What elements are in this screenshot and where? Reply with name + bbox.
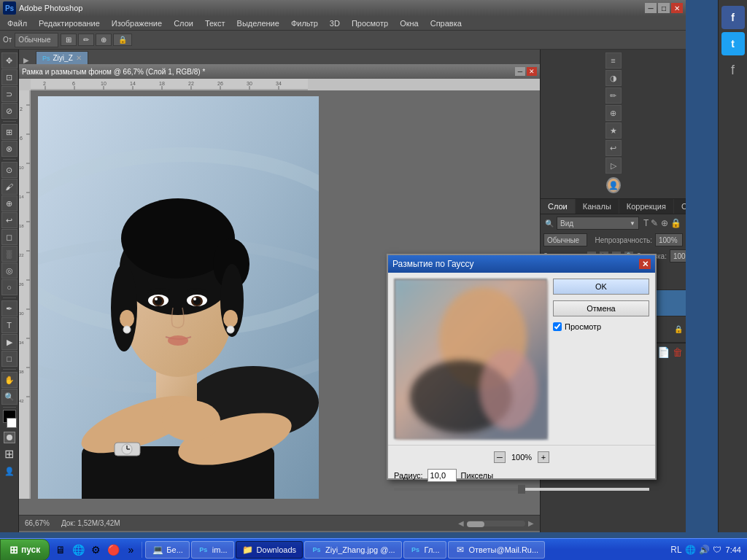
blend-btn-1[interactable]: ⊞ (61, 34, 77, 46)
view-dropdown[interactable]: Вид ▼ (557, 217, 639, 230)
layers-icon-btn[interactable]: ≡ (605, 52, 622, 69)
tool-pen[interactable]: ✒ (1, 300, 18, 316)
menu-select[interactable]: Выделение (231, 16, 285, 31)
close-button[interactable]: ✕ (671, 3, 683, 13)
scroll-bar[interactable] (467, 521, 525, 526)
quick-mask-btn[interactable] (4, 432, 15, 443)
tray-security-icon[interactable]: 🛡 (713, 545, 721, 555)
taskbar-item-be[interactable]: 💻 Бе... (145, 541, 190, 559)
tab-layers[interactable]: Слои (541, 199, 576, 214)
maximize-button[interactable]: □ (658, 3, 670, 13)
options-toolbar: От Обычные ⊞ ✏ ⊕ 🔒 (0, 31, 686, 50)
menu-layers[interactable]: Слои (168, 16, 199, 31)
tool-spot-heal[interactable]: ⊙ (1, 162, 18, 178)
tool-zoom[interactable]: 🔍 (1, 389, 18, 405)
tool-brush[interactable]: 🖌 (1, 179, 18, 195)
taskbar-item-gl[interactable]: Ps Гл... (403, 541, 446, 559)
doc-minimize-btn[interactable]: ─ (515, 67, 525, 76)
tool-wand[interactable]: ⊘ (1, 103, 18, 119)
tool-move[interactable]: ✥ (1, 52, 18, 69)
menu-file[interactable]: Файл (1, 16, 33, 31)
menu-window[interactable]: Окна (394, 16, 425, 31)
clone-panel-btn[interactable]: ⊕ (605, 105, 622, 121)
ql-browser-3[interactable]: 🔴 (105, 542, 121, 558)
tool-marquee[interactable]: ⊡ (1, 69, 18, 85)
tool-gradient[interactable]: ░ (1, 246, 18, 262)
ql-browser-2[interactable]: ⚙ (88, 542, 104, 558)
blend-btn-2[interactable]: ✏ (78, 34, 94, 46)
facebook-button[interactable]: f (721, 6, 745, 29)
preview-checkbox-input[interactable] (553, 322, 562, 331)
doc-tab-1-close[interactable]: ✕ (76, 54, 82, 62)
menu-view[interactable]: Просмотр (346, 16, 394, 31)
tool-eraser[interactable]: ◻ (1, 229, 18, 245)
facebook-side-icon[interactable]: f (721, 58, 745, 82)
ql-browser-1[interactable]: 🌐 (70, 542, 86, 558)
dialog-ok-btn[interactable]: OK (553, 279, 649, 295)
menu-text[interactable]: Текст (199, 16, 231, 31)
ql-more[interactable]: » (123, 542, 139, 558)
twitter-button[interactable]: t (721, 32, 745, 55)
preview-checkbox-label: Просмотр (565, 322, 601, 331)
menu-image[interactable]: Изображение (106, 16, 168, 31)
taskbar-item-ps[interactable]: Ps im... (191, 541, 234, 559)
gaussian-blur-dialog: Размытие по Гауссу ✕ (387, 254, 657, 480)
opacity-input[interactable]: 100% (655, 233, 683, 246)
blend-mode-dropdown[interactable]: Обычные (543, 233, 587, 246)
background-color[interactable] (7, 418, 17, 428)
tool-path-select[interactable]: ▶ (1, 334, 18, 350)
tab-styles[interactable]: Стили (674, 199, 686, 214)
minimize-button[interactable]: ─ (645, 3, 657, 13)
radius-slider[interactable] (394, 488, 649, 491)
taskbar-item-ps-icon: Ps (198, 544, 209, 556)
taskbar-item-ziyi[interactable]: Ps Ziyi_Zhang.jpg @... (304, 541, 402, 559)
tab-channels[interactable]: Каналы (576, 199, 619, 214)
menu-edit[interactable]: Редактирование (33, 16, 106, 31)
tool-shape[interactable]: □ (1, 351, 18, 367)
action-panel-btn[interactable]: ▷ (605, 158, 622, 174)
zoom-out-btn[interactable]: ─ (494, 451, 506, 463)
menu-3d[interactable]: 3D (324, 16, 346, 31)
tool-stamp[interactable]: ⊕ (1, 195, 18, 211)
blend-btn-3[interactable]: ⊕ (96, 34, 112, 46)
doc-close-btn[interactable]: ✕ (527, 67, 537, 76)
blend-btn-4[interactable]: 🔒 (113, 34, 132, 46)
scroll-left-btn[interactable]: ◀ (458, 519, 464, 527)
adjust-icon-btn[interactable]: ◑ (605, 70, 622, 86)
tab-expand-icon[interactable]: ▶ (20, 56, 32, 64)
doc-tab-1[interactable]: Ps Ziyi_Z ✕ (36, 51, 88, 64)
dialog-close-btn[interactable]: ✕ (639, 259, 651, 269)
tool-dodge[interactable]: ○ (1, 279, 18, 295)
dialog-title: Размытие по Гауссу (392, 259, 473, 269)
tool-lasso[interactable]: ⊃ (1, 86, 18, 102)
tool-text[interactable]: T (1, 317, 18, 333)
radius-slider-thumb[interactable] (518, 485, 525, 494)
scroll-right-btn[interactable]: ▶ (528, 519, 534, 527)
start-button[interactable]: ⊞ пуск (0, 539, 50, 561)
dialog-cancel-btn[interactable]: Отмена (553, 300, 649, 316)
taskbar-item-mail[interactable]: ✉ Ответы@Mail.Ru... (448, 541, 546, 559)
brush-panel-btn[interactable]: ✏ (605, 88, 622, 104)
tray-lang-icon[interactable]: RL (670, 545, 681, 555)
radius-input[interactable] (427, 469, 457, 482)
ql-show-desktop[interactable]: 🖥 (53, 542, 69, 558)
history-panel-btn[interactable]: ↩ (605, 140, 622, 156)
menu-filter[interactable]: Фильтр (285, 16, 324, 31)
canvas-status-bar: 66,67% Док: 1,52M/3,42M ◀ ▶ (19, 515, 540, 531)
tray-volume-icon[interactable]: 🔊 (699, 545, 710, 555)
menu-help[interactable]: Справка (425, 16, 468, 31)
tray-network-icon[interactable]: 🌐 (685, 545, 696, 555)
tool-eyedropper[interactable]: ⊗ (1, 141, 18, 157)
screen-mode-btn[interactable]: ⊞ (4, 447, 14, 461)
zoom-in-btn[interactable]: + (538, 451, 549, 463)
taskbar-item-downloads[interactable]: 📁 Downloads (236, 541, 303, 559)
tool-hand[interactable]: ✋ (1, 372, 18, 388)
tool-crop[interactable]: ⊞ (1, 124, 18, 140)
clock: 7:44 (726, 545, 741, 554)
tool-history[interactable]: ↩ (1, 212, 18, 228)
tool-blur[interactable]: ◎ (1, 262, 18, 279)
mode-dropdown[interactable]: Обычные (15, 33, 58, 47)
style-panel-btn[interactable]: ★ (605, 122, 622, 139)
user-avatar: 👤 (606, 175, 621, 195)
tab-correction[interactable]: Коррекция (619, 199, 674, 214)
